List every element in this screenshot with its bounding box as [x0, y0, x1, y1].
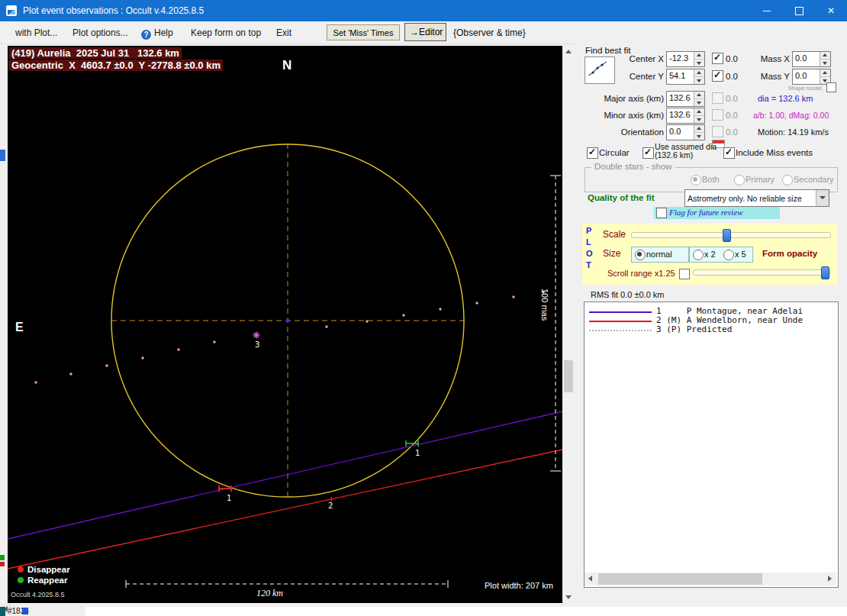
orientation-error-label: 0.0 — [726, 127, 738, 137]
scale-slider[interactable] — [631, 229, 831, 240]
minimize-button[interactable] — [751, 0, 783, 21]
spin-down-icon[interactable] — [820, 60, 830, 66]
title-bar: Plot event observations : Occult v.4.202… — [0, 0, 847, 21]
scroll-range-checkbox[interactable] — [679, 269, 690, 279]
scroll-range-label: Scroll range x1.25 — [607, 269, 675, 278]
set-miss-times-button[interactable]: Set 'Miss' Times — [327, 24, 400, 40]
spin-up-icon[interactable] — [820, 52, 830, 60]
use-assumed-dia-label: Use assumed dia (132.6 km) — [655, 143, 720, 159]
spin-up-icon[interactable] — [694, 69, 704, 77]
control-panel: Find best fit Center X -12.3 0.0 Mass X … — [576, 44, 847, 603]
form-opacity-label: Form opacity — [762, 249, 817, 258]
size-normal-radio[interactable] — [635, 250, 646, 260]
scale-slider-thumb[interactable] — [723, 229, 731, 242]
vertical-scrollbar-thumb[interactable] — [564, 360, 573, 392]
scroll-left-icon[interactable] — [585, 572, 597, 585]
menu-with-plot[interactable]: with Plot... — [15, 27, 57, 38]
menu-keep-form-on-top[interactable]: Keep form on top — [191, 27, 261, 38]
edge-artifact — [0, 150, 5, 161]
center-y-fix-checkbox[interactable] — [712, 70, 723, 82]
minor-axis-fix-checkbox — [712, 109, 723, 121]
major-axis-spinner[interactable]: 132.6 — [666, 91, 705, 107]
orientation-fix-checkbox — [712, 126, 723, 137]
plot-area[interactable]: 1123 (419) Aurelia 2025 Jul 31 132.6 km … — [8, 46, 562, 603]
list-scrollbar-thumb[interactable] — [598, 573, 762, 585]
size-x2-label: x 2 — [704, 250, 716, 259]
spin-down-icon[interactable] — [694, 99, 704, 106]
bottom-bar: #1834 — [0, 603, 847, 616]
maximize-icon — [795, 7, 804, 15]
mas-scale-label: 100 mas — [540, 289, 549, 361]
menu-plot-options[interactable]: Plot options... — [72, 27, 128, 38]
menu-exit[interactable]: Exit — [276, 27, 291, 38]
form-opacity-slider-thumb[interactable] — [821, 266, 829, 279]
find-best-fit-button[interactable] — [585, 56, 615, 84]
maximize-button[interactable] — [783, 0, 815, 21]
plot-vertical-label: PLOT — [586, 225, 593, 271]
include-miss-checkbox[interactable] — [723, 147, 735, 159]
spin-up-icon[interactable] — [694, 52, 704, 60]
center-x-spinner[interactable]: -12.3 — [666, 51, 705, 67]
quality-of-fit-label: Quality of the fit — [588, 193, 655, 202]
dropdown-arrow-icon[interactable] — [816, 190, 829, 206]
orientation-spinner[interactable]: 0.0 — [666, 124, 705, 140]
close-button[interactable]: ✕ — [815, 0, 847, 21]
list-item[interactable]: 3 (P) Predicted — [656, 324, 732, 334]
observer-time-label: {Observer & time} — [453, 27, 526, 38]
minor-axis-error-label: 0.0 — [726, 111, 738, 120]
form-opacity-slider[interactable] — [693, 266, 830, 278]
mass-x-spinner[interactable]: 0.0 — [792, 51, 831, 67]
fit-chart-icon — [585, 57, 613, 82]
circular-checkbox[interactable] — [587, 147, 598, 159]
minor-axis-label: Minor axis (km) — [597, 111, 664, 120]
list-horizontal-scrollbar[interactable] — [585, 572, 836, 585]
spin-up-icon[interactable] — [694, 108, 704, 116]
shape-model-checkbox[interactable] — [826, 82, 836, 92]
motion-label: Motion: 14.19 km/s — [758, 127, 829, 137]
observations-list[interactable]: 1 P Montague, near Adelai 2 (M) A Wendel… — [584, 302, 839, 588]
spin-up-icon[interactable] — [694, 125, 704, 133]
plot-version-label: Occult 4.2025.8.5 — [11, 591, 65, 598]
plot-options-panel: PLOT Scale Size normal x 2 x 5 Form opac… — [582, 224, 837, 285]
diameter-label: dia = 132.6 km — [758, 94, 813, 103]
window-title: Plot event observations : Occult v.4.202… — [23, 5, 204, 16]
close-icon: ✕ — [827, 5, 835, 16]
size-x5-radio[interactable] — [723, 250, 734, 260]
plot-width-label: Plot width: 207 km — [485, 581, 553, 590]
chord-2-line-sample — [589, 321, 652, 322]
spin-down-icon[interactable] — [694, 60, 704, 66]
quality-of-fit-dropdown[interactable]: Astrometry only. No reliable size — [684, 189, 829, 207]
disappear-dot-icon — [18, 566, 24, 572]
center-y-error-label: 0.0 — [726, 72, 738, 81]
km-scale-label: 120 km — [256, 588, 283, 599]
scroll-up-icon[interactable] — [562, 46, 575, 58]
mass-y-label: Mass Y — [755, 72, 790, 81]
spin-up-icon[interactable] — [820, 69, 830, 77]
major-axis-fix-checkbox — [712, 92, 723, 104]
center-x-label: Center X — [622, 54, 664, 63]
size-normal-box: normal — [631, 247, 689, 263]
size-label: Size — [603, 248, 620, 259]
center-y-label: Center Y — [622, 72, 664, 81]
scroll-down-icon[interactable] — [562, 591, 575, 603]
scroll-right-icon[interactable] — [823, 572, 836, 585]
minor-axis-spinner[interactable]: 132.6 — [666, 108, 705, 124]
center-y-spinner[interactable]: 54.1 — [666, 69, 705, 85]
menu-help[interactable]: ?Help — [141, 27, 173, 40]
spin-down-icon[interactable] — [694, 116, 704, 123]
size-x2-radio[interactable] — [693, 250, 704, 260]
spin-down-icon[interactable] — [694, 77, 704, 84]
center-x-fix-checkbox[interactable] — [712, 53, 723, 64]
mass-y-spinner[interactable]: 0.0 — [792, 69, 831, 85]
flag-review-checkbox[interactable] — [656, 208, 667, 218]
editor-button[interactable]: →Editor — [404, 23, 446, 41]
vertical-scrollbar[interactable] — [562, 46, 575, 603]
spin-up-icon[interactable] — [694, 92, 704, 99]
center-x-error-label: 0.0 — [726, 54, 738, 63]
scale-label: Scale — [603, 229, 626, 240]
major-axis-label: Major axis (km) — [597, 94, 664, 103]
svg-text:3: 3 — [255, 340, 259, 349]
spin-down-icon[interactable] — [694, 133, 704, 140]
orientation-label: Orientation — [597, 127, 664, 137]
use-assumed-dia-checkbox[interactable] — [642, 147, 654, 159]
